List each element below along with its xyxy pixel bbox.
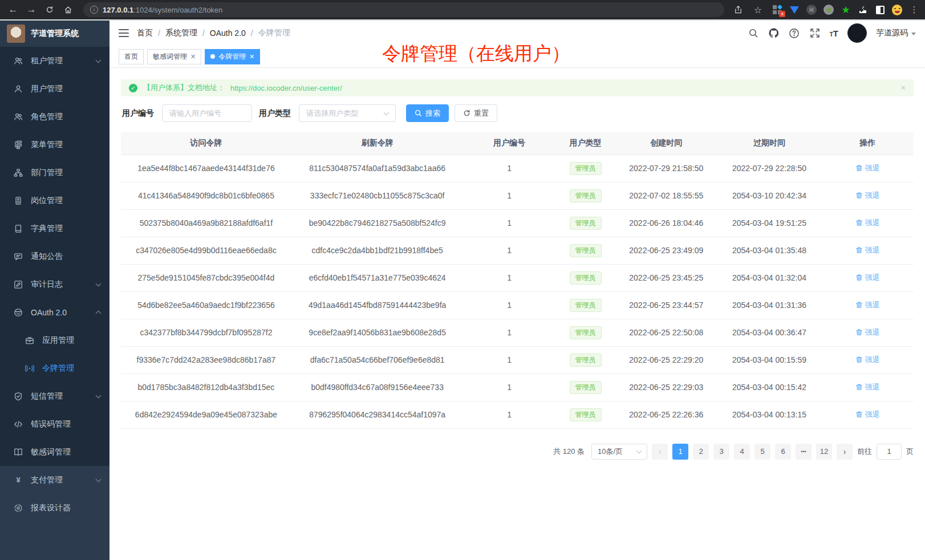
extension-record-icon[interactable]: [823, 5, 834, 15]
force-logout-button[interactable]: 强退: [855, 190, 880, 201]
page-button-5[interactable]: 5: [754, 444, 770, 460]
bookmark-star-icon[interactable]: ☆: [750, 2, 765, 17]
alert-close-icon[interactable]: ×: [901, 83, 906, 92]
sidebar-toggle-icon[interactable]: [875, 5, 885, 15]
font-size-icon[interactable]: TT: [830, 29, 838, 38]
search-icon[interactable]: [748, 27, 759, 39]
created-time-cell: 2022-06-25 22:29:03: [615, 374, 717, 401]
browser-home-icon[interactable]: [60, 2, 75, 17]
page-size-select[interactable]: 10条/页: [591, 444, 647, 460]
extension-grid-icon[interactable]: 9: [772, 5, 782, 15]
sidebar-item-menu[interactable]: 菜单管理: [0, 131, 109, 159]
page-info-icon[interactable]: i: [90, 6, 98, 14]
refresh-token-cell: e6cfd40eb1f54571a31e775e039c4624: [291, 264, 464, 291]
page-content: ✓ 【用户体系】文档地址： https://doc.iocoder.cn/use…: [109, 68, 925, 560]
browser-forward-icon[interactable]: →: [24, 2, 39, 17]
force-logout-button[interactable]: 强退: [855, 382, 880, 392]
user-id-cell: 1: [463, 237, 555, 264]
fullscreen-icon[interactable]: [809, 27, 821, 39]
sidebar-item-token[interactable]: 令牌管理: [0, 354, 109, 382]
sidebar-item-post[interactable]: 岗位管理: [0, 186, 109, 214]
sidebar-item-notice[interactable]: 通知公告: [0, 242, 109, 270]
sidebar-item-code[interactable]: 错误码管理: [0, 410, 109, 438]
profile-avatar-icon[interactable]: [892, 5, 902, 15]
sidebar-collapse-icon[interactable]: [119, 29, 129, 37]
alert-doc-link[interactable]: https://doc.iocoder.cn/user-center/: [230, 84, 342, 92]
sidebar-item-label: 岗位管理: [31, 196, 100, 206]
sidebar-item-tenant[interactable]: 租户管理: [0, 47, 109, 75]
force-logout-button[interactable]: 强退: [855, 273, 880, 283]
sidebar-item-dept[interactable]: 部门管理: [0, 159, 109, 186]
breadcrumb-system[interactable]: 系统管理: [165, 28, 197, 38]
help-icon[interactable]: [789, 27, 800, 39]
user-avatar[interactable]: [847, 23, 867, 43]
breadcrumb-home[interactable]: 首页: [137, 28, 153, 38]
sidebar-item-app[interactable]: 应用管理: [0, 326, 109, 354]
force-logout-button[interactable]: 强退: [855, 327, 880, 338]
table-row: 275e5de9151045fe87cbdc395e004f4de6cfd40e…: [121, 264, 914, 291]
prev-page-button[interactable]: ‹: [652, 444, 668, 460]
user-id-label: 用户编号: [122, 108, 154, 119]
sidebar-item-dict[interactable]: 字典管理: [0, 214, 109, 242]
table-row: f9336e7c7dd242a283ee98dc86b17a87dfa6c71a…: [121, 346, 914, 374]
sidebar-item-word[interactable]: 敏感词管理: [0, 438, 109, 466]
extension-star-icon[interactable]: ★: [841, 5, 851, 15]
github-icon[interactable]: [768, 27, 780, 39]
more-pages-button[interactable]: •••: [796, 444, 812, 460]
sidebar-item-user[interactable]: 用户管理: [0, 75, 109, 103]
sidebar-item-sms[interactable]: 短信管理: [0, 382, 109, 410]
page-button-2[interactable]: 2: [693, 444, 709, 460]
tab-sensitive-word[interactable]: 敏感词管理 ✕: [147, 49, 201, 64]
sidebar-item-label: 报表设计器: [31, 503, 100, 513]
role-icon: [14, 112, 23, 121]
user-menu[interactable]: 芋道源码: [876, 28, 916, 38]
page-button-4[interactable]: 4: [734, 444, 750, 460]
browser-reload-icon[interactable]: [42, 2, 57, 17]
sidebar-item-log[interactable]: 审计日志: [0, 270, 109, 298]
page-button-12[interactable]: 12: [816, 444, 832, 460]
column-header: 访问令牌: [121, 132, 291, 155]
table-header-row: 访问令牌刷新令牌用户编号用户类型创建时间过期时间操作: [121, 132, 914, 155]
breadcrumb-oauth[interactable]: OAuth 2.0: [210, 29, 246, 38]
sidebar-item-pay[interactable]: ¥支付管理: [0, 466, 109, 494]
refresh-token-cell: dfa6c71a50a54c66bef706ef9e6e8d81: [291, 346, 464, 374]
sidebar-item-label: 用户管理: [31, 84, 100, 94]
force-logout-button[interactable]: 强退: [855, 300, 880, 310]
next-page-button[interactable]: ›: [837, 444, 853, 460]
app-logo-bar[interactable]: 芋道管理系统: [0, 21, 109, 47]
tab-close-icon[interactable]: ✕: [190, 53, 196, 60]
sidebar-item-oauth[interactable]: OAuth 2.0: [0, 298, 109, 326]
extension-gem-icon[interactable]: [789, 5, 800, 15]
force-logout-button[interactable]: 强退: [855, 355, 880, 365]
goto-page-input[interactable]: 1: [877, 444, 902, 460]
extension-dark-circle-icon[interactable]: ⌘: [806, 5, 817, 15]
browser-menu-icon[interactable]: ⋮: [909, 5, 919, 15]
page-button-1[interactable]: 1: [672, 444, 688, 460]
page-button-6[interactable]: 6: [775, 444, 791, 460]
user-type-select[interactable]: 请选择用户类型: [299, 104, 396, 122]
caret-down-icon: [911, 33, 916, 35]
tab-token[interactable]: 令牌管理 ✕: [205, 49, 260, 64]
force-logout-button[interactable]: 强退: [855, 409, 880, 420]
user-id-input[interactable]: 请输入用户编号: [162, 104, 252, 122]
table-row: 1ea5e44f8bc1467aaede43144f31de76811c5304…: [121, 155, 914, 182]
share-icon[interactable]: [732, 4, 744, 15]
force-logout-button[interactable]: 强退: [855, 163, 880, 173]
sidebar-item-report[interactable]: 报表设计器: [0, 494, 109, 522]
tab-close-icon[interactable]: ✕: [249, 53, 254, 60]
access-token-cell: 275e5de9151045fe87cbdc395e004f4d: [121, 264, 291, 291]
force-logout-button[interactable]: 强退: [855, 245, 880, 255]
dict-icon: [14, 224, 23, 233]
sidebar-item-role[interactable]: 角色管理: [0, 103, 109, 131]
user-type-tag: 管理员: [570, 244, 602, 257]
browser-back-icon[interactable]: ←: [6, 2, 21, 17]
extensions-puzzle-icon[interactable]: [858, 5, 868, 15]
address-bar[interactable]: i 127.0.0.1:1024/system/oauth2/token: [83, 2, 724, 17]
tab-home[interactable]: 首页: [119, 49, 144, 64]
menu-icon: [14, 140, 23, 149]
reset-button[interactable]: 重置: [455, 104, 497, 122]
search-button[interactable]: 搜索: [406, 104, 449, 122]
refresh-token-cell: 8796295f04064c2983414cc54af1097a: [291, 401, 464, 428]
force-logout-button[interactable]: 强退: [855, 218, 880, 228]
page-button-3[interactable]: 3: [713, 444, 729, 460]
